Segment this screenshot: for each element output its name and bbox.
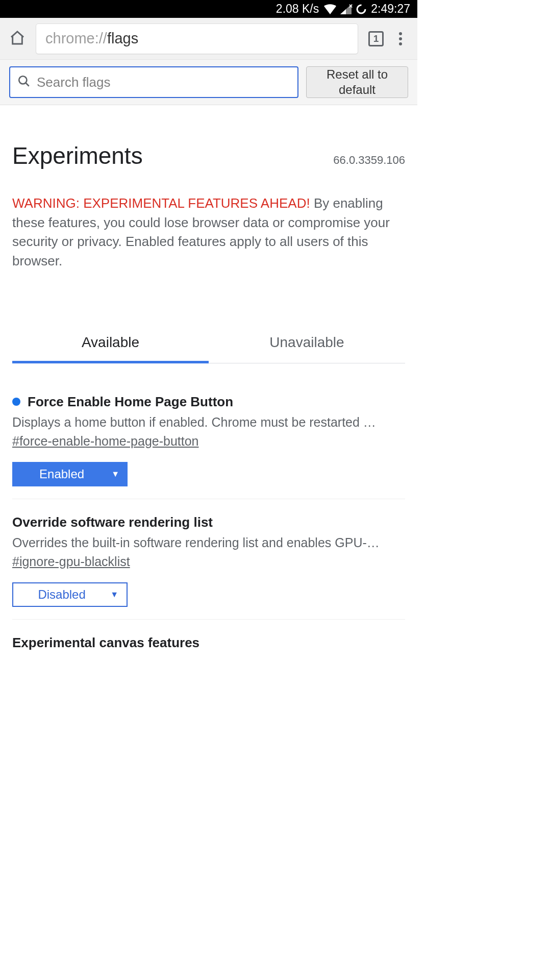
url-bar[interactable]: chrome://flags [36,23,358,54]
url-path: flags [107,30,138,47]
warning-text: WARNING: EXPERIMENTAL FEATURES AHEAD! By… [12,194,405,271]
flag-entry: Override software rendering list Overrid… [12,499,405,620]
tab-unavailable[interactable]: Unavailable [209,327,405,363]
flag-entry: Force Enable Home Page Button Displays a… [12,384,405,499]
overflow-menu-icon[interactable] [394,30,407,47]
flag-title: Override software rendering list [12,514,213,530]
svg-point-0 [357,5,365,13]
cell-signal-icon: × [340,4,352,14]
warning-prefix: WARNING: EXPERIMENTAL FEATURES AHEAD! [12,195,310,211]
flags-content: Experiments 66.0.3359.106 WARNING: EXPER… [0,142,417,651]
clock-time: 2:49:27 [371,2,410,16]
page-title: Experiments [12,142,143,169]
flag-state-value: Enabled [12,467,111,481]
network-speed: 2.08 K/s [276,2,319,16]
tab-count-value: 1 [373,33,379,44]
modified-dot-icon [12,398,20,406]
flag-title: Force Enable Home Page Button [28,394,233,410]
flag-state-dropdown[interactable]: Disabled ▼ [12,582,128,607]
reset-all-button[interactable]: Reset all to default [306,66,408,98]
search-icon [17,75,31,90]
tab-switcher-button[interactable]: 1 [368,31,384,46]
wifi-icon [324,4,336,14]
reset-all-label: Reset all to default [307,67,408,97]
search-flags-input[interactable] [37,75,290,90]
home-icon[interactable] [9,30,26,48]
flag-title: Experimental canvas features [12,635,405,651]
flag-description: Displays a home button if enabled. Chrom… [12,415,405,430]
svg-point-1 [19,76,27,84]
flag-state-dropdown[interactable]: Enabled ▼ [12,462,128,486]
browser-toolbar: chrome://flags 1 [0,18,417,60]
loading-spinner-icon [356,4,367,15]
chevron-down-icon: ▼ [110,590,118,599]
flag-anchor-link[interactable]: #force-enable-home-page-button [12,434,199,449]
chrome-version: 66.0.3359.106 [333,154,405,167]
tab-available[interactable]: Available [12,327,209,363]
android-status-bar: 2.08 K/s × 2:49:27 [0,0,417,18]
flags-tabs: Available Unavailable [12,327,405,363]
chevron-down-icon: ▼ [111,470,119,479]
flag-anchor-link[interactable]: #ignore-gpu-blacklist [12,554,130,569]
svg-line-2 [26,83,29,86]
flag-description: Overrides the built-in software renderin… [12,535,405,550]
flags-controls-bar: Reset all to default [0,60,417,105]
search-flags-field[interactable] [9,66,298,98]
url-scheme: chrome:// [45,30,107,47]
flag-state-value: Disabled [13,587,110,602]
